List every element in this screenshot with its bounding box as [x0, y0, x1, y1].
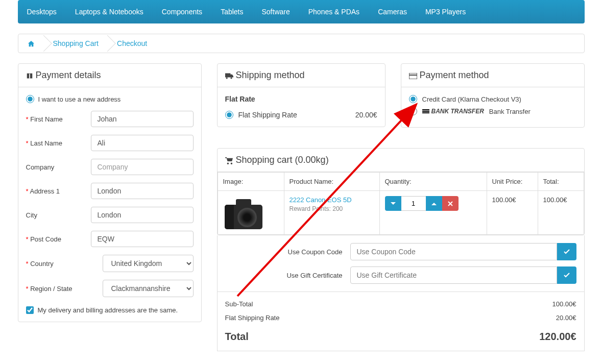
gift-input[interactable] — [350, 266, 557, 284]
breadcrumb-home[interactable] — [18, 34, 44, 53]
breadcrumb-cart[interactable]: Shopping Cart — [53, 39, 99, 47]
chevron-down-icon — [390, 202, 396, 206]
shipping-total-value: 20.00€ — [556, 314, 576, 322]
qty-decrease-button[interactable] — [385, 196, 401, 211]
coupon-label: Use Coupon Code — [225, 248, 343, 256]
panel-title: Payment details — [36, 70, 101, 80]
svg-rect-0 — [409, 73, 417, 79]
qty-increase-button[interactable] — [426, 196, 442, 211]
grand-total-value: 120.00€ — [539, 331, 576, 343]
payment-method-panel: Payment method Credit Card (Klarna Check… — [401, 63, 585, 128]
cart-row: 2222 Canon EOS 5D Reward Points: 200 — [218, 191, 584, 235]
credit-card-label: Credit Card (Klarna Checkout V3) — [422, 95, 521, 103]
first-name-input[interactable] — [91, 111, 194, 127]
panel-title: Shopping cart (0.00kg) — [236, 155, 329, 165]
bank-transfer-logo: BANK TRANSFER — [422, 108, 484, 115]
nav-item[interactable]: Laptops & Notebooks — [66, 0, 153, 23]
gift-apply-button[interactable] — [557, 266, 576, 284]
new-address-label: I want to use a new address — [38, 95, 121, 103]
same-address-label: My delivery and billing addresses are th… — [38, 306, 178, 314]
cart-table: Image: Product Name: Quantity: Unit Pric… — [218, 172, 584, 235]
coupon-apply-button[interactable] — [557, 243, 576, 260]
line-total: 100.00€ — [538, 191, 584, 235]
home-icon — [28, 40, 35, 47]
reward-points: Reward Points: 200 — [290, 205, 374, 212]
check-icon — [564, 249, 570, 254]
panel-title: Payment method — [420, 70, 489, 80]
chevron-up-icon — [431, 202, 437, 206]
book-icon — [26, 72, 33, 80]
shipping-method-panel: Shipping method Flat Rate Flat Shipping … — [217, 63, 386, 127]
nav-item[interactable]: Desktops — [18, 0, 66, 23]
new-address-radio[interactable] — [26, 95, 34, 103]
qty-input[interactable] — [401, 196, 426, 211]
close-icon — [448, 201, 453, 206]
unit-price: 100.00€ — [487, 191, 538, 235]
bank-transfer-radio[interactable] — [409, 107, 417, 115]
product-image[interactable] — [223, 196, 264, 229]
cart-icon — [225, 157, 233, 164]
company-input[interactable] — [91, 159, 194, 175]
svg-rect-1 — [409, 75, 417, 76]
flat-rate-radio[interactable] — [225, 111, 233, 119]
credit-card-radio[interactable] — [409, 95, 417, 103]
coupon-input[interactable] — [350, 243, 557, 260]
nav-item[interactable]: Phones & PDAs — [299, 0, 369, 23]
nav-item[interactable]: Components — [153, 0, 211, 23]
breadcrumb: Shopping Cart Checkout — [18, 34, 585, 53]
gift-label: Use Gift Certificate — [225, 272, 343, 279]
shipping-price: 20.00€ — [355, 111, 377, 119]
shipping-option-label: Flat Shipping Rate — [238, 111, 297, 119]
postcode-input[interactable] — [91, 231, 194, 247]
totals: Sub-Total100.00€ Flat Shipping Rate20.00… — [217, 292, 585, 351]
cart-extras: Use Coupon Code Use Gift Certificate — [217, 235, 585, 292]
product-link[interactable]: 2222 Canon EOS 5D — [290, 196, 352, 204]
panel-title: Shipping method — [236, 70, 305, 80]
main-nav: DesktopsLaptops & NotebooksComponentsTab… — [18, 0, 585, 23]
city-input[interactable] — [91, 207, 194, 223]
payment-details-panel: Payment details I want to use a new addr… — [18, 63, 202, 322]
same-address-checkbox[interactable] — [26, 306, 34, 314]
nav-item[interactable]: Cameras — [369, 0, 416, 23]
bank-transfer-label: Bank Transfer — [489, 108, 531, 115]
card-icon — [409, 73, 417, 79]
nav-item[interactable]: Tablets — [211, 0, 252, 23]
truck-icon — [225, 73, 233, 79]
remove-item-button[interactable] — [442, 196, 459, 211]
check-icon — [564, 273, 570, 278]
last-name-input[interactable] — [91, 135, 194, 151]
nav-item[interactable]: MP3 Players — [416, 0, 475, 23]
region-select[interactable]: Clackmannanshire — [103, 280, 194, 297]
shopping-cart-panel: Shopping cart (0.00kg) Image: Product Na… — [217, 148, 585, 235]
breadcrumb-checkout[interactable]: Checkout — [117, 39, 147, 47]
country-select[interactable]: United Kingdom — [103, 255, 194, 272]
subtotal-value: 100.00€ — [552, 300, 576, 308]
shipping-group: Flat Rate — [225, 95, 377, 103]
nav-item[interactable]: Software — [252, 0, 299, 23]
address1-input[interactable] — [91, 183, 194, 199]
